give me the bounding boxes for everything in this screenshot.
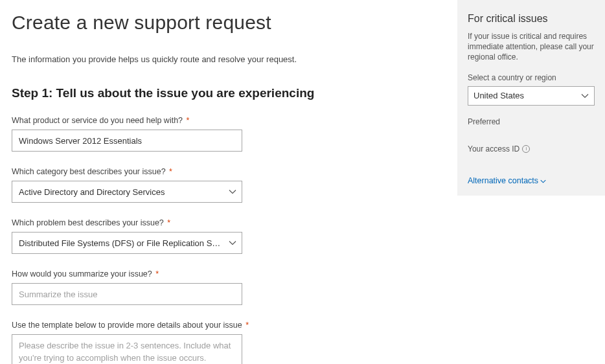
chevron-down-icon: [229, 240, 236, 245]
page-title: Create a new support request: [12, 12, 439, 34]
sidebar: For critical issues If your issue is cri…: [457, 0, 605, 196]
details-field: Use the template below to provide more d…: [12, 321, 439, 364]
access-id-row: Your access ID i: [468, 144, 595, 154]
problem-select[interactable]: Distributed File Systems (DFS) or File R…: [12, 232, 242, 254]
region-select[interactable]: United States: [468, 86, 595, 106]
sidebar-title: For critical issues: [468, 13, 595, 25]
summary-label: How would you summarize your issue? *: [12, 269, 439, 279]
summary-label-text: How would you summarize your issue?: [12, 269, 152, 279]
required-marker: *: [155, 269, 159, 279]
problem-label: Which problem best describes your issue?…: [12, 218, 439, 227]
product-label-text: What product or service do you need help…: [12, 116, 183, 125]
problem-label-text: Which problem best describes your issue?: [12, 218, 164, 227]
sidebar-description: If your issue is critical and requires i…: [468, 31, 595, 63]
access-id-label: Your access ID: [468, 144, 519, 154]
alternative-contacts-link[interactable]: Alternative contacts: [468, 176, 546, 185]
summary-input[interactable]: [12, 283, 242, 305]
region-value: United States: [474, 91, 524, 100]
problem-value: Distributed File Systems (DFS) or File R…: [19, 238, 223, 248]
problem-field: Which problem best describes your issue?…: [12, 218, 439, 254]
chevron-down-icon: [540, 176, 546, 185]
required-marker: *: [187, 116, 190, 125]
category-value: Active Directory and Directory Services: [19, 187, 165, 197]
info-icon[interactable]: i: [522, 145, 530, 153]
details-label-text: Use the template below to provide more d…: [12, 321, 242, 330]
chevron-down-icon: [581, 93, 589, 98]
product-input[interactable]: [12, 130, 242, 152]
preferred-label: Preferred: [468, 117, 595, 126]
category-label: Which category best describes your issue…: [12, 167, 439, 176]
product-label: What product or service do you need help…: [12, 116, 439, 125]
required-marker: *: [169, 167, 172, 176]
main-content: Create a new support request The informa…: [0, 0, 457, 364]
summary-field: How would you summarize your issue? *: [12, 269, 439, 305]
category-field: Which category best describes your issue…: [12, 167, 439, 203]
category-select[interactable]: Active Directory and Directory Services: [12, 181, 242, 203]
product-field: What product or service do you need help…: [12, 116, 439, 152]
step-title: Step 1: Tell us about the issue you are …: [12, 86, 439, 100]
region-label: Select a country or region: [468, 73, 595, 82]
required-marker: *: [167, 218, 170, 227]
chevron-down-icon: [229, 189, 236, 194]
details-textarea[interactable]: [12, 334, 242, 364]
alt-contacts-text: Alternative contacts: [468, 176, 538, 185]
required-marker: *: [245, 321, 249, 330]
category-label-text: Which category best describes your issue…: [12, 167, 166, 176]
intro-text: The information you provide helps us qui…: [12, 54, 439, 64]
details-label: Use the template below to provide more d…: [12, 321, 439, 330]
